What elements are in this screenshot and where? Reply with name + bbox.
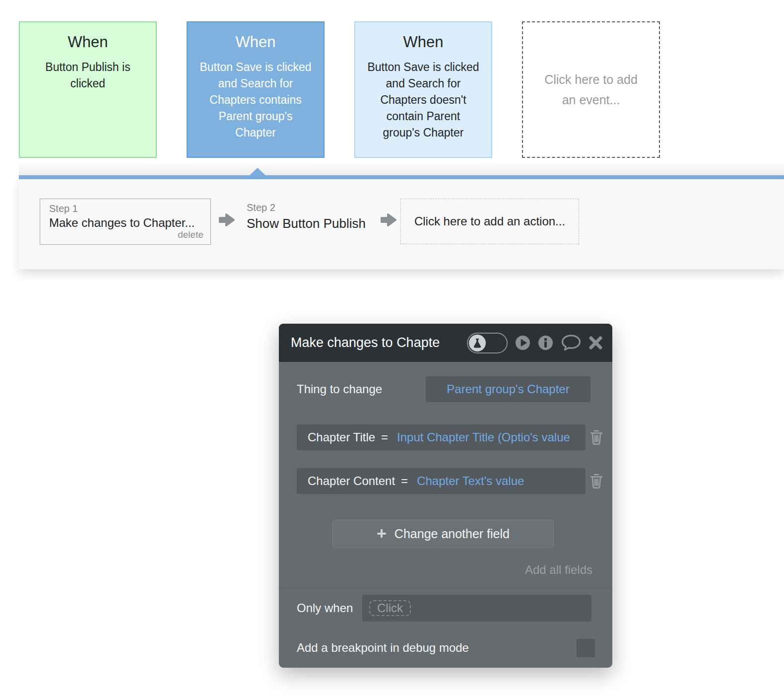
add-event-placeholder-card[interactable]: Click here to add an event... (522, 21, 660, 158)
field-label: Chapter Content (308, 474, 395, 488)
plus-icon: + (377, 525, 387, 542)
event-card-title: When (355, 33, 491, 51)
make-changes-modal: Make changes to Chapte (279, 324, 612, 668)
arrow-right-icon (218, 212, 235, 227)
change-another-field-label: Change another field (394, 527, 510, 541)
only-when-click-chip[interactable]: Click (369, 600, 411, 616)
event-card-save-contains[interactable]: When Button Save is clicked and Search f… (187, 21, 325, 158)
arrow-right-icon (380, 212, 397, 227)
step-1-label: Step 1 (49, 203, 202, 214)
modal-title: Make changes to Chapte (291, 335, 464, 350)
breakpoint-label: Add a breakpoint in debug mode (297, 641, 469, 655)
run-step-button[interactable] (515, 335, 530, 350)
toggle-knob (469, 335, 486, 351)
field-operator: = (401, 474, 408, 488)
timeline-divider (19, 175, 784, 179)
field-value: Chapter Text's value (417, 474, 524, 488)
breakpoint-checkbox[interactable] (577, 639, 595, 657)
info-button[interactable] (538, 335, 553, 350)
step-2-title: Show Button Publish (247, 216, 366, 231)
event-card-button-publish[interactable]: When Button Publish is clicked (19, 21, 157, 158)
field-operator: = (381, 430, 388, 444)
selected-event-pointer (249, 168, 266, 176)
modal-header[interactable]: Make changes to Chapte (279, 324, 612, 362)
add-event-placeholder-text: Click here to add an event... (540, 70, 642, 110)
only-when-label: Only when (297, 601, 353, 615)
field-row-chapter-title[interactable]: Chapter Title = Input Chapter Title (Opt… (297, 424, 586, 450)
event-card-title: When (188, 33, 324, 51)
play-icon (515, 335, 530, 350)
change-another-field-button[interactable]: + Change another field (332, 520, 554, 548)
add-action-placeholder-text: Click here to add an action... (414, 214, 565, 228)
timeline-shadow (19, 162, 784, 175)
close-modal-button[interactable] (589, 336, 602, 349)
step-2-card[interactable]: Step 2 Show Button Publish (247, 202, 366, 231)
add-all-fields-link[interactable]: Add all fields (525, 563, 592, 577)
modal-header-icons (467, 333, 602, 353)
field-label: Chapter Title (308, 430, 375, 444)
breakpoint-row: Add a breakpoint in debug mode (297, 637, 469, 659)
info-icon (538, 335, 553, 350)
workflow-editor-canvas: When Button Publish is clicked When Butt… (0, 0, 784, 697)
event-card-save-doesnt-contain[interactable]: When Button Save is clicked and Search f… (354, 21, 492, 158)
step-1-delete-link[interactable]: delete (178, 229, 203, 240)
event-card-title: When (20, 33, 156, 51)
modal-divider (279, 588, 612, 588)
step-1-title: Make changes to Chapter... (49, 216, 202, 230)
step-2-label: Step 2 (247, 202, 366, 213)
only-when-row: Only when (297, 595, 353, 622)
only-when-input[interactable]: Click (362, 595, 591, 622)
only-when-placeholder: Click (377, 601, 403, 615)
event-card-description: Button Publish is clicked (20, 59, 156, 92)
field-value: Input Chapter Title (Optio's value (397, 430, 570, 444)
thing-to-change-label: Thing to change (297, 382, 382, 396)
event-card-description: Button Save is clicked and Search for Ch… (188, 59, 324, 141)
add-action-placeholder[interactable]: Click here to add an action... (400, 199, 579, 244)
trash-icon[interactable] (589, 429, 603, 445)
comment-button[interactable] (561, 334, 582, 351)
flask-icon (473, 338, 482, 348)
trash-icon[interactable] (589, 473, 603, 489)
close-icon (589, 336, 602, 349)
step-1-card[interactable]: Step 1 Make changes to Chapter... delete (40, 199, 211, 245)
thing-to-change-dropdown[interactable]: Parent group's Chapter (426, 376, 590, 402)
thing-to-change-value: Parent group's Chapter (447, 382, 569, 396)
speech-bubble-icon (561, 334, 582, 351)
action-steps-bar: Step 1 Make changes to Chapter... delete… (19, 179, 784, 269)
experiment-toggle[interactable] (467, 333, 508, 353)
event-card-description: Button Save is clicked and Search for Ch… (355, 59, 491, 141)
field-row-chapter-content[interactable]: Chapter Content = Chapter Text's value (297, 468, 586, 494)
